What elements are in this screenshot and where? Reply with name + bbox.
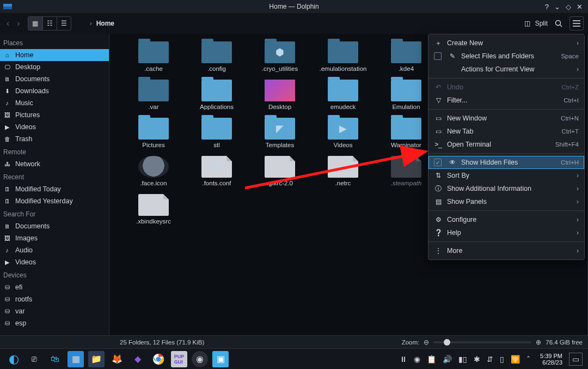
show-desktop-icon[interactable]: ▭ [569,353,583,366]
file-item[interactable]: .config [187,41,247,72]
menu-item-show-additional-information[interactable]: ⓘShow Additional Information› [428,182,584,195]
sidebar-item-images[interactable]: 🖼Images [0,232,109,244]
dolphin-task-icon[interactable]: 📁 [88,351,105,367]
menu-item-show-panels[interactable]: ▤Show Panels› [428,195,584,208]
split-button[interactable]: ◫ Split [523,19,548,28]
breadcrumb[interactable]: › Home [90,20,114,27]
file-item[interactable]: .gtkrc-2.0 [250,156,310,186]
menu-item-help[interactable]: ❔Help› [428,226,584,239]
firefox-icon[interactable]: 🦊 [109,351,125,367]
menu-item-show-hidden-files[interactable]: ✔👁Show Hidden FilesCtrl+H [428,156,584,169]
protonup-icon[interactable]: PUPGUI [171,351,187,367]
back-button[interactable]: ‹ [4,19,11,28]
app-purple-icon[interactable]: ◆ [130,351,146,367]
file-item[interactable]: .var [124,80,183,110]
file-item[interactable]: stl [187,118,247,148]
sidebar-item-var[interactable]: ⛁var [0,305,109,317]
sidebar-item-desktop[interactable]: 🖵Desktop [0,61,109,73]
view-compact-button[interactable]: ☷ [42,17,57,30]
sidebar-item-esp[interactable]: ⛁esp [0,317,109,329]
menu-item-filter-[interactable]: ▽Filter...Ctrl+I [428,94,584,107]
menu-item-open-terminal[interactable]: >_Open TerminalShift+F4 [428,138,584,151]
sidebar-item-videos[interactable]: ▶Videos [0,121,109,133]
file-item[interactable]: .steampath [376,156,436,186]
breadcrumb-home[interactable]: Home [96,20,114,27]
sidebar-item-documents[interactable]: 🗎Documents [0,220,109,232]
sidebar-item-modified-yesterday[interactable]: 🗓Modified Yesterday [0,195,109,207]
search-icon[interactable] [554,19,563,28]
help-icon[interactable]: ? [545,3,549,11]
usb-icon[interactable]: ⇵ [487,355,493,364]
file-item[interactable]: Applications [187,80,247,110]
sidebar-heading: Recent [0,170,109,183]
file-item[interactable]: .face.icon [124,156,183,186]
menu-item-sort-by[interactable]: ⇅Sort By› [428,169,584,182]
wifi-icon[interactable]: 🛜 [511,355,520,364]
sidebar-item-label: Pictures [15,111,40,119]
sidebar-item-documents[interactable]: 🗎Documents [0,73,109,85]
menu-item-more[interactable]: ⋮More› [428,244,584,257]
menu-item-create-new[interactable]: ＋Create New› [428,37,584,50]
sidebar-item-home[interactable]: ⌂Home [0,49,109,61]
media-icon[interactable]: ⏸ [400,355,407,364]
sidebar-item-music[interactable]: ♪Music [0,97,109,109]
view-details-button[interactable]: ☰ [57,17,71,30]
sidebar-item-modified-today[interactable]: 🗓Modified Today [0,183,109,195]
file-item[interactable]: ⬢.cryo_utilities [250,41,310,72]
bluetooth-icon[interactable]: ✱ [474,355,480,364]
file-item[interactable]: .kde4 [376,41,436,72]
hamburger-menu-button[interactable] [569,16,584,31]
settings-icon[interactable]: ⎚ [26,351,42,367]
file-item[interactable]: .cache [124,41,183,72]
zoom-out-icon[interactable]: ⊖ [424,338,429,346]
chevron-right-icon: › [577,247,579,255]
file-item[interactable]: .emulationstation [313,41,373,72]
minimize-icon[interactable]: ⌄ [554,3,560,11]
file-item[interactable]: Emulation [376,80,436,110]
file-item[interactable]: Desktop [250,80,310,110]
file-icon [138,156,169,178]
zoom-in-icon[interactable]: ⊕ [536,338,541,346]
zoom-slider[interactable] [433,341,531,343]
file-item[interactable]: Warpinator [376,118,436,148]
battery-icon[interactable]: ▮▯ [458,355,467,364]
file-item[interactable]: </>.fonts.conf [187,156,247,186]
file-item[interactable]: ▶Videos [313,118,373,148]
clock[interactable]: 5:39 PM 6/28/23 [540,353,562,366]
view-icons-button[interactable]: ▦ [28,17,42,30]
clipboard-icon[interactable]: 📋 [427,355,436,364]
file-label: .cache [144,65,163,72]
chrome-icon[interactable] [150,351,167,367]
sidebar-item-rootfs[interactable]: ⛁rootfs [0,293,109,305]
tray-expand-icon[interactable]: ˄ [526,355,530,364]
sidebar-item-videos[interactable]: ▶Videos [0,256,109,268]
sidebar-item-efi[interactable]: ⛁efi [0,281,109,293]
desktop-icon[interactable]: ▦ [68,351,84,367]
forward-button[interactable]: › [15,19,22,28]
menu-item-select-files-and-folders[interactable]: ✎Select Files and FoldersSpace [428,50,584,63]
sidebar-item-audio[interactable]: ♪Audio [0,244,109,256]
steam-icon[interactable]: ◉ [192,351,208,367]
menu-item-new-tab[interactable]: ▭New TabCtrl+T [428,125,584,138]
spectacle-icon[interactable]: ▣ [212,351,229,367]
close-icon[interactable]: ✕ [577,3,583,11]
menu-item-configure[interactable]: ⚙Configure› [428,213,584,226]
file-item[interactable]: emudeck [313,80,373,110]
volume-icon[interactable]: 🔊 [443,355,452,364]
file-item[interactable]: Pictures [124,118,183,148]
sidebar-item-trash[interactable]: 🗑Trash [0,133,109,145]
sidebar-item-network[interactable]: 🖧Network [0,158,109,170]
sidebar-item-downloads[interactable]: ⬇Downloads [0,85,109,97]
menu-item-actions-for-current-view[interactable]: Actions for Current View› [428,63,584,76]
phone-icon[interactable]: ▯ [500,355,504,364]
maximize-icon[interactable]: ◇ [566,3,571,11]
steam-tray-icon[interactable]: ◉ [414,355,420,364]
file-item[interactable]: .netrc [313,156,373,186]
discover-icon[interactable]: 🛍 [47,351,63,367]
file-item[interactable]: ◤Templates [250,118,310,148]
sidebar-item-pictures[interactable]: 🖼Pictures [0,109,109,121]
start-menu-icon[interactable]: ◐ [5,351,22,367]
menu-item-new-window[interactable]: ▭New WindowCtrl+N [428,112,584,125]
file-label: emudeck [330,104,356,110]
file-item[interactable]: .xbindkeysrc [124,194,183,225]
